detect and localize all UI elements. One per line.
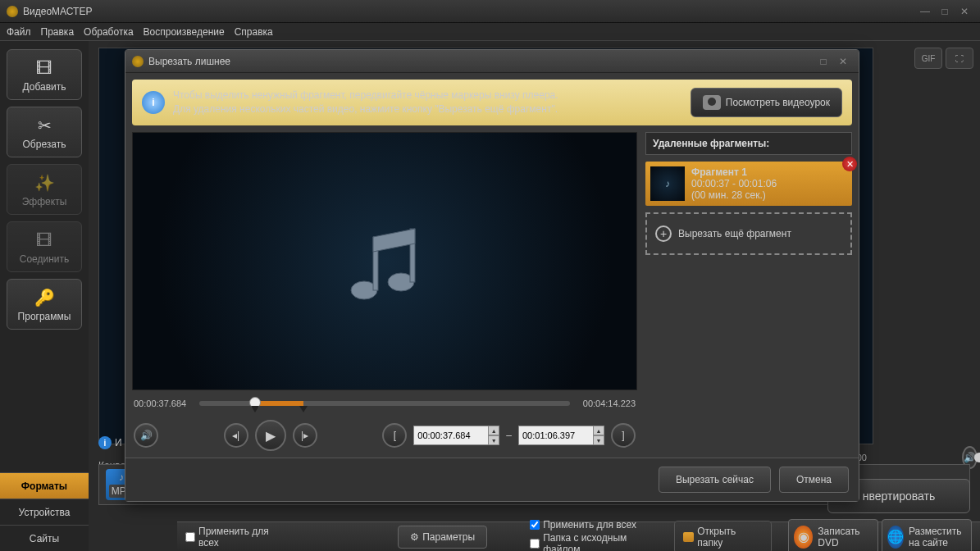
- apply-all-check-2[interactable]: Применить для всех: [530, 519, 663, 531]
- fullscreen-button[interactable]: ⛶: [946, 48, 973, 69]
- hint-line-1: Чтобы выделить ненужный фрагмент, передв…: [173, 89, 682, 102]
- next-frame-button[interactable]: |▸: [293, 423, 317, 448]
- dialog-close-button[interactable]: ✕: [834, 54, 852, 69]
- tab-devices[interactable]: Устройства: [0, 499, 89, 525]
- app-logo-icon: [7, 6, 18, 17]
- trim-button[interactable]: ✂ Обрезать: [7, 107, 82, 157]
- trim-label: Обрезать: [23, 139, 66, 150]
- end-down-button[interactable]: ▼: [593, 435, 604, 445]
- cancel-button[interactable]: Отмена: [779, 467, 849, 493]
- programs-button[interactable]: 🔑 Программы: [7, 279, 82, 330]
- info-bar: i И: [98, 436, 122, 449]
- effects-button[interactable]: ✨ Эффекты: [7, 164, 82, 215]
- menu-help[interactable]: Справка: [235, 26, 273, 38]
- dialog-logo-icon: [132, 56, 144, 67]
- add-label: Добавить: [22, 81, 66, 93]
- info-icon: i: [142, 91, 165, 114]
- end-up-button[interactable]: ▲: [593, 426, 604, 435]
- menu-file[interactable]: Файл: [7, 26, 31, 38]
- music-note-icon: [335, 212, 434, 311]
- plus-icon: +: [655, 225, 672, 242]
- range-start-input[interactable]: 00:00:37.684: [413, 426, 489, 445]
- params-button[interactable]: ⚙Параметры: [398, 526, 487, 549]
- menu-playback[interactable]: Воспроизведение: [144, 26, 225, 38]
- prev-frame-button[interactable]: ◂|: [224, 423, 248, 448]
- fragments-header: Удаленные фрагменты:: [645, 132, 852, 155]
- effects-label: Эффекты: [22, 196, 67, 207]
- disc-icon: ◉: [794, 526, 813, 549]
- tab-sites[interactable]: Сайты: [0, 525, 89, 551]
- app-titlebar: ВидеоМАСТЕР — □ ✕: [0, 0, 980, 23]
- film-icon: 🎞: [31, 229, 57, 252]
- add-fragment-button[interactable]: + Вырезать ещё фрагмент: [645, 212, 852, 255]
- trim-dialog: Вырезать лишнее □ ✕ i Чтобы выделить нен…: [125, 49, 859, 502]
- dialog-titlebar: Вырезать лишнее □ ✕: [125, 50, 859, 73]
- mute-button[interactable]: 🔊: [134, 423, 158, 448]
- set-end-button[interactable]: ]: [611, 423, 636, 448]
- film-plus-icon: 🎞: [31, 57, 57, 80]
- watch-tutorial-button[interactable]: Посмотреть видеоурок: [691, 88, 842, 117]
- fragments-panel: Удаленные фрагменты: ♪ Фрагмент 1 00:00:…: [645, 132, 852, 458]
- range-dash: –: [506, 430, 512, 441]
- range-end-input[interactable]: 00:01:06.397: [518, 426, 594, 445]
- fragment-item[interactable]: ♪ Фрагмент 1 00:00:37 - 00:01:06 (00 мин…: [645, 162, 852, 206]
- info-icon: i: [98, 436, 112, 449]
- menu-edit[interactable]: Правка: [41, 26, 75, 38]
- hint-bar: i Чтобы выделить ненужный фрагмент, пере…: [132, 80, 852, 125]
- key-icon: 🔑: [31, 286, 57, 309]
- menubar: Файл Правка Обработка Воспроизведение Сп…: [0, 23, 980, 41]
- close-button[interactable]: ✕: [955, 4, 973, 19]
- menu-process[interactable]: Обработка: [84, 26, 134, 38]
- globe-icon: 🌐: [887, 526, 904, 549]
- note-icon: ♪: [119, 471, 124, 483]
- play-button[interactable]: ▶: [255, 420, 286, 451]
- time-total: 00:04:14.223: [577, 398, 636, 408]
- minimize-button[interactable]: —: [916, 4, 934, 19]
- src-folder-check[interactable]: Папка с исходным файлом: [530, 532, 663, 552]
- fragment-delete-button[interactable]: ✕: [842, 157, 857, 171]
- start-up-button[interactable]: ▲: [488, 426, 499, 435]
- tab-formats[interactable]: Форматы: [0, 472, 89, 499]
- programs-label: Программы: [18, 311, 71, 322]
- join-label: Соединить: [20, 253, 70, 265]
- bottom-bar: Применить для всех ⚙Параметры Применить …: [177, 521, 980, 551]
- open-folder-button[interactable]: Открыть папку: [674, 521, 772, 552]
- sparkle-icon: ✨: [31, 171, 57, 194]
- maximize-button[interactable]: □: [936, 4, 954, 19]
- scissors-icon: ✂: [31, 114, 57, 137]
- fragment-title: Фрагмент 1: [691, 166, 777, 178]
- folder-icon: [683, 532, 695, 542]
- hint-line-2: Для удаления нескольких частей видео, на…: [173, 102, 682, 116]
- camera-icon: [703, 95, 721, 110]
- fragment-range: 00:00:37 - 00:01:06: [691, 178, 777, 189]
- join-button[interactable]: 🎞 Соединить: [7, 221, 82, 272]
- set-start-button[interactable]: [: [382, 423, 407, 448]
- burn-dvd-button[interactable]: ◉ Записать DVD: [788, 519, 878, 552]
- fragment-thumbnail: ♪: [650, 166, 685, 201]
- gear-icon: ⚙: [410, 531, 419, 543]
- fragment-duration: (00 мин. 28 сек.): [691, 189, 777, 201]
- start-down-button[interactable]: ▼: [488, 435, 499, 445]
- time-current: 00:00:37.684: [134, 398, 193, 408]
- speaker-icon: 🔊: [140, 430, 153, 441]
- app-title: ВидеоМАСТЕР: [23, 6, 92, 17]
- add-button[interactable]: 🎞 Добавить: [7, 49, 82, 100]
- dialog-footer: Вырезать сейчас Отмена: [125, 458, 859, 501]
- info-text: И: [115, 437, 122, 449]
- cut-now-button[interactable]: Вырезать сейчас: [659, 467, 771, 493]
- preview-area: [132, 132, 637, 390]
- timeline-slider[interactable]: [199, 401, 570, 406]
- apply-all-check[interactable]: Применить для всех: [185, 526, 289, 549]
- publish-button[interactable]: 🌐 Разместить на сайте: [882, 519, 972, 552]
- dialog-restore-button[interactable]: □: [814, 54, 832, 69]
- gif-button[interactable]: GIF: [914, 48, 942, 69]
- dialog-title: Вырезать лишнее: [148, 56, 230, 67]
